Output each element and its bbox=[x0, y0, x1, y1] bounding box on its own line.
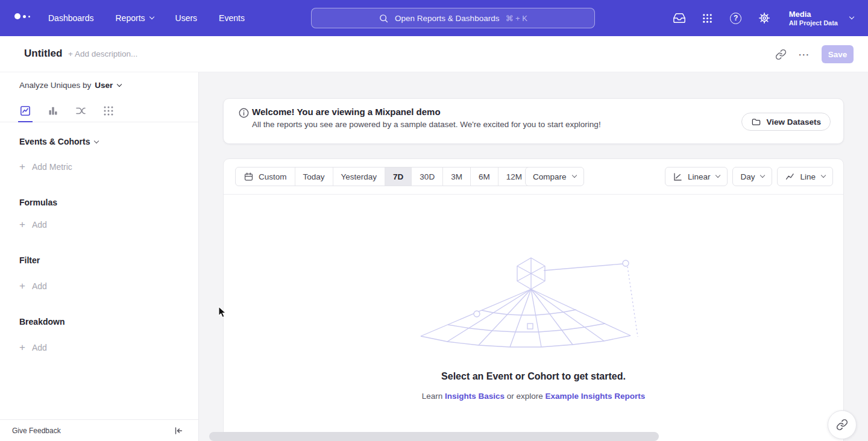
project-name: Media bbox=[789, 10, 838, 20]
nav-label: Reports bbox=[116, 13, 145, 23]
inbox-icon bbox=[673, 11, 686, 25]
inbox-button[interactable] bbox=[672, 11, 687, 25]
date-range-custom[interactable]: Custom bbox=[236, 167, 295, 186]
line-chart-box-icon bbox=[19, 105, 31, 117]
chevron-down-icon bbox=[849, 14, 854, 19]
compare-button[interactable]: Compare bbox=[525, 167, 584, 186]
formulas-label: Formulas bbox=[19, 198, 57, 207]
logo-dot bbox=[14, 13, 20, 19]
apps-grid-button[interactable] bbox=[700, 11, 715, 25]
welcome-banner: Welcome! You are viewing a Mixpanel demo… bbox=[223, 98, 844, 144]
bar-chart-icon bbox=[47, 105, 59, 117]
nav-label: Events bbox=[219, 13, 245, 23]
analyze-value: User bbox=[95, 81, 113, 90]
mixpanel-logo[interactable] bbox=[14, 13, 30, 19]
global-search-bar[interactable]: Open Reports & Dashboards ⌘ + K bbox=[311, 8, 595, 28]
help-glyph: ? bbox=[734, 14, 738, 22]
logo-dot bbox=[28, 16, 30, 17]
more-options-button[interactable]: ⋯ bbox=[798, 49, 810, 60]
tab-bar-chart[interactable] bbox=[46, 104, 60, 118]
help-button[interactable]: ? bbox=[729, 11, 743, 25]
compare-label: Compare bbox=[533, 172, 567, 181]
range-label: Today bbox=[303, 172, 325, 181]
range-label: 3M bbox=[451, 172, 462, 181]
copy-link-button[interactable] bbox=[775, 49, 787, 60]
date-range-30d[interactable]: 30D bbox=[411, 167, 442, 186]
filter-header: Filter bbox=[19, 255, 40, 265]
project-scope: All Project Data bbox=[789, 19, 838, 27]
add-formula-button[interactable]: +Add bbox=[19, 219, 47, 230]
formulas-header: Formulas bbox=[19, 198, 57, 207]
nav-label: Dashboards bbox=[48, 13, 94, 23]
chevron-down-icon bbox=[821, 173, 826, 178]
range-label: 30D bbox=[420, 172, 435, 181]
chart-type-dropdown[interactable]: Line bbox=[777, 167, 833, 186]
scale-label: Linear bbox=[688, 172, 711, 181]
date-range-7d[interactable]: 7D bbox=[385, 167, 411, 186]
report-description-placeholder[interactable]: + Add description... bbox=[68, 49, 137, 58]
primary-nav: Dashboards Reports Users Events bbox=[48, 0, 245, 36]
filter-label: Filter bbox=[19, 255, 40, 265]
calendar-icon bbox=[244, 172, 254, 182]
project-switcher[interactable]: Media All Project Data bbox=[789, 10, 854, 27]
grid-icon bbox=[702, 13, 713, 24]
nav-users[interactable]: Users bbox=[175, 13, 198, 23]
date-range-today[interactable]: Today bbox=[295, 167, 333, 186]
date-range-3m[interactable]: 3M bbox=[442, 167, 470, 186]
line-chart-icon bbox=[785, 172, 795, 182]
events-cohorts-label: Events & Cohorts bbox=[19, 137, 90, 146]
interval-label: Day bbox=[740, 172, 755, 181]
search-shortcut: ⌘ + K bbox=[505, 14, 527, 23]
view-datasets-button[interactable]: View Datasets bbox=[741, 113, 831, 131]
date-range-yesterday[interactable]: Yesterday bbox=[333, 167, 385, 186]
give-feedback-link[interactable]: Give Feedback bbox=[12, 427, 61, 435]
report-header: Untitled + Add description... ⋯ Save bbox=[0, 36, 868, 72]
events-cohorts-header[interactable]: Events & Cohorts bbox=[19, 137, 98, 146]
add-breakdown-button[interactable]: +Add bbox=[19, 342, 47, 352]
or-explore-text: or explore bbox=[505, 392, 546, 401]
plus-icon: + bbox=[19, 219, 25, 230]
link-icon bbox=[836, 419, 848, 431]
logo-dot bbox=[23, 15, 26, 18]
analyze-uniques-row: Analyze Uniques by User bbox=[19, 81, 121, 90]
add-metric-button[interactable]: +Add Metric bbox=[19, 161, 72, 172]
chart-display-controls: Linear Day Line bbox=[665, 167, 833, 186]
gear-icon bbox=[758, 11, 771, 25]
search-placeholder: Open Reports & Dashboards bbox=[395, 14, 499, 23]
tab-more-charts[interactable] bbox=[101, 104, 116, 118]
add-filter-button[interactable]: +Add bbox=[19, 281, 47, 291]
folder-icon bbox=[751, 117, 761, 127]
save-button[interactable]: Save bbox=[822, 45, 854, 63]
interval-dropdown[interactable]: Day bbox=[732, 167, 772, 186]
insights-basics-link[interactable]: Insights Basics bbox=[445, 392, 505, 401]
scale-dropdown[interactable]: Linear bbox=[665, 167, 728, 186]
tab-insights[interactable] bbox=[18, 104, 33, 118]
header-actions: ⋯ Save bbox=[775, 45, 854, 63]
ellipsis-icon: ⋯ bbox=[798, 49, 810, 60]
share-link-fab[interactable] bbox=[828, 410, 857, 439]
nav-dashboards[interactable]: Dashboards bbox=[48, 13, 94, 23]
horizontal-scrollbar[interactable] bbox=[209, 432, 659, 441]
learn-text: Learn bbox=[422, 392, 445, 401]
tab-flows[interactable] bbox=[74, 104, 88, 118]
collapse-left-icon bbox=[173, 425, 184, 436]
example-insights-reports-link[interactable]: Example Insights Reports bbox=[546, 392, 646, 401]
range-label: 7D bbox=[393, 172, 403, 181]
empty-state-illustration bbox=[420, 254, 649, 351]
date-range-6m[interactable]: 6M bbox=[470, 167, 498, 186]
analyze-label: Analyze Uniques by bbox=[19, 81, 91, 90]
add-label: Add bbox=[32, 281, 47, 291]
range-label: Yesterday bbox=[341, 172, 377, 181]
report-title[interactable]: Untitled bbox=[24, 48, 62, 60]
nav-events[interactable]: Events bbox=[219, 13, 245, 23]
date-range-control: Custom Today Yesterday 7D 30D 3M 6M 12M bbox=[235, 167, 530, 186]
top-nav: Dashboards Reports Users Events Open Rep… bbox=[0, 0, 868, 36]
settings-button[interactable] bbox=[757, 11, 772, 25]
nav-reports[interactable]: Reports bbox=[116, 13, 154, 23]
collapse-sidebar-button[interactable] bbox=[173, 425, 184, 436]
link-icon bbox=[775, 49, 787, 60]
empty-state-title: Select an Event or Cohort to get started… bbox=[224, 371, 843, 382]
plus-icon: + bbox=[19, 161, 25, 172]
analyze-by-dropdown[interactable]: User bbox=[95, 81, 121, 90]
plus-icon: + bbox=[19, 342, 25, 352]
